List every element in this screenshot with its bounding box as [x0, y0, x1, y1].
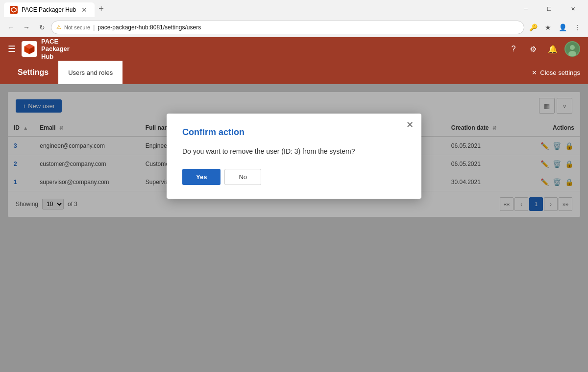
close-window-button[interactable]: ✕ — [562, 1, 584, 17]
browser-tab[interactable]: PACE Packager Hub ✕ — [4, 2, 95, 17]
tab-favicon — [10, 6, 18, 14]
confirm-no-button[interactable]: No — [224, 169, 261, 185]
main-content: + New user ▦ ▿ — [0, 84, 588, 372]
window-controls: ─ ☐ ✕ — [514, 1, 584, 17]
users-and-roles-tab[interactable]: Users and roles — [58, 61, 122, 84]
logo-text: PACEPackagerHub — [41, 38, 70, 61]
modal-actions: Yes No — [182, 169, 406, 185]
minimize-button[interactable]: ─ — [514, 1, 537, 17]
maximize-button[interactable]: ☐ — [538, 1, 561, 17]
close-settings-button[interactable]: ✕ Close settings — [524, 69, 588, 76]
not-secure-label: Not secure — [64, 24, 90, 30]
user-avatar[interactable] — [564, 41, 580, 57]
lock-icon: ⚠ — [56, 24, 61, 30]
confirm-yes-button[interactable]: Yes — [182, 169, 220, 185]
modal-close-button[interactable]: ✕ — [406, 119, 414, 130]
modal-message: Do you want to remove the user (ID: 3) f… — [182, 147, 406, 155]
key-icon[interactable]: 🔑 — [526, 21, 540, 34]
menu-icon[interactable]: ⋮ — [570, 21, 584, 34]
app-header-row1: ☰ PACEPackagerHub ? ⚙ 🔔 — [0, 37, 588, 61]
logo-icon — [22, 41, 37, 57]
tab-close-button[interactable]: ✕ — [80, 5, 89, 14]
app-logo: PACEPackagerHub — [22, 38, 70, 61]
title-bar: PACE Packager Hub ✕ + ─ ☐ ✕ — [0, 0, 588, 18]
help-icon[interactable]: ? — [506, 41, 521, 57]
address-bar[interactable]: ⚠ Not secure | pace-packager-hub:8081/se… — [51, 21, 524, 34]
new-tab-button[interactable]: + — [95, 2, 108, 16]
settings-label: Settings — [8, 61, 58, 84]
address-bar-actions: 🔑 ★ 👤 ⋮ — [526, 21, 584, 34]
profile-icon[interactable]: 👤 — [556, 21, 569, 34]
reload-button[interactable]: ↻ — [35, 21, 49, 34]
hamburger-menu[interactable]: ☰ — [8, 44, 16, 54]
settings-gear-icon[interactable]: ⚙ — [525, 41, 541, 57]
bookmark-icon[interactable]: ★ — [541, 21, 555, 34]
modal-title: Confirm action — [182, 127, 406, 138]
back-button[interactable]: ← — [4, 21, 18, 34]
url-text: pace-packager-hub:8081/settings/users — [98, 24, 519, 31]
app-header-row2: Settings Users and roles ✕ Close setting… — [0, 61, 588, 84]
tab-title: PACE Packager Hub — [22, 6, 76, 13]
svg-marker-0 — [11, 7, 16, 12]
address-bar-row: ← → ↻ ⚠ Not secure | pace-packager-hub:8… — [0, 18, 588, 37]
forward-button[interactable]: → — [20, 21, 33, 34]
top-icons: ? ⚙ 🔔 — [506, 41, 580, 57]
confirm-dialog: ✕ Confirm action Do you want to remove t… — [167, 114, 421, 199]
modal-overlay: ✕ Confirm action Do you want to remove t… — [0, 84, 588, 372]
app-content: ☰ PACEPackagerHub ? ⚙ 🔔 — [0, 37, 588, 372]
notifications-icon[interactable]: 🔔 — [545, 41, 561, 57]
close-x-icon: ✕ — [532, 69, 537, 76]
svg-point-6 — [570, 45, 575, 50]
